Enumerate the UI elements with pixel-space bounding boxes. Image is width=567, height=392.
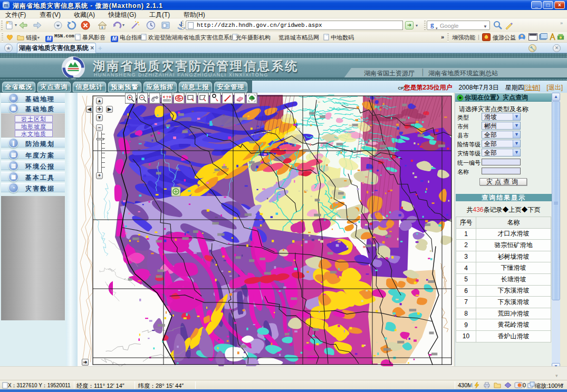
svg-text:?: ? [166, 95, 169, 100]
